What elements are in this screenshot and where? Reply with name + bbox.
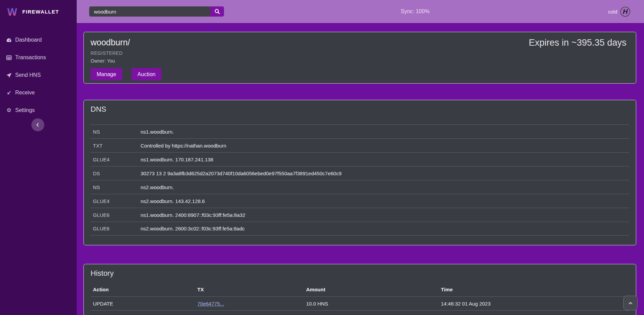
search-group [89, 6, 224, 17]
dns-record-row: GLUE6 ns1.woodburn. 2400:8907::f03c:93ff… [91, 208, 629, 222]
history-table: Action TX Amount Time UPDATE 70e64775...… [91, 283, 629, 315]
dns-title: DNS [91, 105, 629, 114]
sidebar-item-transactions[interactable]: Transactions [0, 49, 77, 66]
sidebar-item-dashboard[interactable]: Dashboard [0, 31, 77, 49]
sidebar-nav: Dashboard Transactions Send HNS Receive … [0, 31, 77, 119]
search-input[interactable] [89, 6, 210, 17]
dns-record-type: TXT [93, 143, 141, 149]
history-col-tx: TX [197, 287, 306, 292]
domain-card: woodburn/ REGISTERED Owner: You Manage A… [83, 32, 636, 84]
brand-name: FIREWALLET [22, 9, 59, 15]
domain-status: REGISTERED [91, 50, 629, 56]
dns-record-row: NS ns2.woodburn. [91, 180, 629, 194]
dashboard-icon [6, 37, 12, 43]
dns-record-row: TXT Controlled by https://nathan.woodbur… [91, 138, 629, 152]
svg-text:H: H [623, 8, 628, 15]
topbar: Sync: 100% cold H [77, 0, 644, 23]
scroll-to-top-button[interactable] [623, 296, 638, 310]
history-action: UPDATE [93, 301, 197, 307]
sidebar-item-label: Transactions [15, 54, 46, 61]
dns-record-value: ns1.woodburn. [141, 129, 174, 135]
svg-text:W: W [7, 6, 17, 18]
dns-record-type: GLUE4 [93, 157, 141, 162]
dns-record-type: GLUE4 [93, 198, 141, 204]
expires-text: Expires in ~395.35 days [529, 38, 626, 48]
sidebar-collapse-button[interactable] [31, 118, 44, 131]
dns-record-value: Controlled by https://nathan.woodburn [141, 143, 226, 149]
domain-actions: Manage Auction [91, 68, 629, 81]
history-col-amount: Amount [306, 287, 441, 292]
dns-card: DNS NS ns1.woodburn. TXT Controlled by h… [83, 100, 636, 245]
app-logo: W FIREWALLET [0, 0, 77, 23]
dns-record-type: NS [93, 184, 141, 190]
dns-record-type: GLUE6 [93, 226, 141, 231]
sidebar-item-receive[interactable]: Receive [0, 84, 77, 102]
handshake-logo-icon: H [620, 6, 630, 17]
dns-record-row: GLUE4 ns2.woodburn. 143.42.128.6 [91, 194, 629, 208]
history-col-time: Time [441, 287, 629, 292]
table-icon [6, 55, 12, 61]
wallet-selector[interactable]: cold H [608, 0, 630, 23]
dns-record-row: DS 30273 13 2 9a3a8fb3d625d2a2073d740f10… [91, 166, 629, 180]
receive-arrow-icon [6, 90, 12, 96]
history-row: RENEW 45f8c2a... 10.0 HNS 15:45:36 07 Ju… [91, 310, 629, 315]
dns-record-row: NS ns1.woodburn. [91, 125, 629, 138]
sync-status: Sync: 100% [401, 0, 429, 23]
dns-record-value: ns1.woodburn. 170.187.241.138 [141, 157, 213, 162]
sidebar-item-label: Send HNS [15, 72, 41, 78]
chevron-left-icon [35, 122, 41, 128]
tx-link[interactable]: 70e64775... [197, 301, 224, 307]
auction-button[interactable]: Auction [131, 68, 162, 81]
sidebar-item-label: Receive [15, 90, 35, 96]
main-content: woodburn/ REGISTERED Owner: You Manage A… [77, 23, 644, 315]
history-time: 14:46:32 01 Aug 2023 [441, 301, 629, 307]
send-icon [6, 72, 12, 78]
search-button[interactable] [210, 6, 224, 17]
dns-record-type: DS [93, 171, 141, 176]
dns-record-value: ns2.woodburn. 2600:3c02::f03c:93ff:fe5a:… [141, 226, 245, 231]
firewallet-logo-icon: W [5, 5, 19, 18]
dns-table: NS ns1.woodburn. TXT Controlled by https… [91, 125, 629, 235]
dns-record-row: GLUE6 ns2.woodburn. 2600:3c02::f03c:93ff… [91, 222, 629, 235]
sidebar-item-label: Dashboard [15, 37, 42, 43]
history-row: UPDATE 70e64775... 10.0 HNS 14:46:32 01 … [91, 296, 629, 310]
sidebar-item-send-hns[interactable]: Send HNS [0, 66, 77, 84]
history-card: History Action TX Amount Time UPDATE 70e… [83, 264, 636, 315]
history-col-action: Action [93, 287, 197, 292]
history-title: History [91, 269, 629, 278]
sidebar: W FIREWALLET Dashboard Transactions Send… [0, 0, 77, 315]
dns-record-type: NS [93, 129, 141, 135]
gear-icon: ⚙ [6, 108, 12, 113]
history-amount: 10.0 HNS [306, 301, 441, 307]
sidebar-item-label: Settings [15, 107, 35, 113]
chevron-up-icon [628, 301, 633, 306]
dns-record-value: ns2.woodburn. 143.42.128.6 [141, 198, 205, 204]
dns-record-value: 30273 13 2 9a3a8fb3d625d2a2073d740f10da6… [141, 171, 342, 176]
search-icon [214, 8, 220, 15]
manage-button[interactable]: Manage [91, 68, 122, 81]
history-header-row: Action TX Amount Time [91, 283, 629, 296]
dns-record-type: GLUE6 [93, 212, 141, 218]
dns-record-row: GLUE4 ns1.woodburn. 170.187.241.138 [91, 152, 629, 166]
wallet-name: cold [608, 9, 617, 15]
domain-owner: Owner: You [91, 58, 629, 64]
sidebar-item-settings[interactable]: ⚙ Settings [0, 102, 77, 119]
dns-record-value: ns2.woodburn. [141, 184, 174, 190]
dns-record-value: ns1.woodburn. 2400:8907::f03c:93ff:fe5a:… [141, 212, 245, 218]
